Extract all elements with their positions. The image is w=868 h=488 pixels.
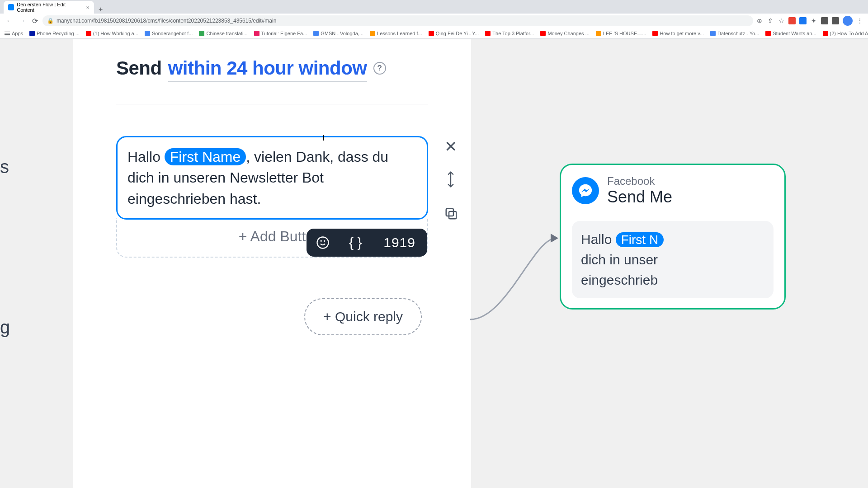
bookmark-item[interactable]: (1) How Working a... — [86, 31, 138, 36]
bookmark-item[interactable]: Lessons Learned f... — [370, 31, 422, 36]
bookmark-label: GMSN - Vologda,... — [321, 31, 363, 36]
bookmark-item[interactable]: Chinese translati... — [199, 31, 247, 36]
svg-point-0 — [317, 237, 329, 249]
bookmark-icon — [429, 31, 434, 36]
bookmark-label: Tutorial: Eigene Fa... — [261, 31, 307, 36]
star-icon[interactable]: ☆ — [778, 17, 785, 24]
node-platform: Facebook — [607, 175, 672, 188]
send-window-link[interactable]: within 24 hour window — [168, 57, 367, 79]
bookmark-label: (2) How To Add A... — [830, 31, 868, 36]
bookmark-item[interactable]: How to get more v... — [652, 31, 704, 36]
nav-reload-button[interactable]: ⟳ — [30, 16, 40, 26]
nav-bar: ← → ⟳ 🔒 manychat.com/fb198150208192061​8… — [0, 14, 868, 28]
svg-rect-3 — [449, 211, 456, 219]
bookmark-item[interactable]: The Top 3 Platfor... — [485, 31, 534, 36]
bookmark-item[interactable]: Student Wants an... — [765, 31, 816, 36]
bookmark-item[interactable]: Qing Fei De Yi - Y... — [429, 31, 479, 36]
bookmarks-bar: AppsPhone Recycling ...(1) How Working a… — [0, 28, 868, 39]
bookmark-icon — [313, 31, 319, 36]
bookmark-label: The Top 3 Platfor... — [492, 31, 534, 36]
menu-icon[interactable]: ⋮ — [856, 17, 863, 24]
bookmark-icon — [485, 31, 491, 36]
bookmark-icon — [199, 31, 204, 36]
bookmark-item[interactable]: Phone Recycling ... — [29, 31, 80, 36]
bookmark-icon — [254, 31, 259, 36]
nav-back-button[interactable]: ← — [5, 16, 14, 26]
emoji-button[interactable] — [307, 229, 339, 257]
bookmark-item[interactable]: (2) How To Add A... — [823, 31, 868, 36]
svg-point-2 — [324, 241, 325, 241]
text-cursor — [323, 135, 324, 141]
extension-icon[interactable] — [821, 17, 828, 24]
node-title: Send Me — [607, 188, 672, 206]
bookmark-label: LEE 'S HOUSE—... — [603, 31, 646, 36]
bookmark-label: Sonderangebot f... — [152, 31, 193, 36]
bookmark-label: Phone Recycling ... — [37, 31, 80, 36]
duplicate-block-button[interactable] — [444, 207, 458, 223]
bookmark-label: Lessons Learned f... — [377, 31, 422, 36]
bookmark-label: Student Wants an... — [773, 31, 816, 36]
text-toolbar: { } 1919 — [307, 229, 427, 257]
message-text-input[interactable]: Hallo First Name, vielen Dank, dass du d… — [116, 136, 428, 220]
bookmark-item[interactable]: Money Changes ... — [540, 31, 589, 36]
close-block-button[interactable]: ✕ — [444, 139, 458, 154]
share-icon[interactable]: ⇪ — [767, 17, 774, 24]
bookmark-item[interactable]: Datenschutz - Yo... — [710, 31, 759, 36]
toolbar-icons: ⊕ ⇪ ☆ ✦ ⋮ — [756, 16, 863, 26]
browser-tab[interactable]: Den ersten Flow | Edit Content × — [4, 1, 94, 14]
bookmark-label: Apps — [12, 31, 23, 36]
msg-text: Hallo — [127, 149, 165, 165]
bookmark-item[interactable]: Tutorial: Eigene Fa... — [254, 31, 307, 36]
move-block-button[interactable] — [444, 170, 458, 191]
new-tab-button[interactable]: + — [94, 5, 107, 14]
browser-chrome: Den ersten Flow | Edit Content × + ← → ⟳… — [0, 0, 868, 39]
bookmark-icon — [29, 31, 35, 36]
message-block: Hallo First Name, vielen Dank, dass du d… — [116, 136, 428, 258]
variable-pill-firstname: First N — [616, 232, 664, 247]
send-message-node[interactable]: Facebook Send Me Hallo First N dich in u… — [560, 164, 786, 310]
bookmark-label: Qing Fei De Yi - Y... — [436, 31, 479, 36]
bookmark-label: Money Changes ... — [547, 31, 589, 36]
translate-icon[interactable]: ⊕ — [756, 17, 763, 24]
bookmark-item[interactable]: GMSN - Vologda,... — [313, 31, 363, 36]
char-count: 1919 — [372, 235, 427, 250]
help-icon[interactable]: ? — [373, 62, 386, 75]
editor-panel: Send within 24 hour window ? Hallo First… — [73, 39, 471, 488]
tab-bar: Den ersten Flow | Edit Content × + — [0, 0, 868, 14]
puzzle-icon[interactable]: ✦ — [810, 17, 817, 24]
node-preview-body: Hallo First N dich in unser eingeschrieb — [572, 221, 774, 298]
add-button-row[interactable]: + Add Butt { } 1919 — [116, 218, 428, 258]
bookmark-icon — [86, 31, 91, 36]
bookmark-icon — [5, 31, 10, 36]
add-button-label: + Add Butt — [239, 228, 306, 245]
bookmark-icon — [710, 31, 716, 36]
send-prefix: Send — [116, 57, 162, 79]
quick-reply-row: + Quick reply — [116, 298, 428, 335]
tab-close-icon[interactable]: × — [86, 4, 90, 11]
profile-avatar[interactable] — [843, 16, 853, 26]
extension-icon[interactable] — [832, 17, 839, 24]
messenger-icon — [572, 177, 599, 204]
url-bar[interactable]: 🔒 manychat.com/fb198150208192061​8/cms/f… — [42, 15, 753, 26]
bookmark-label: Datenschutz - Yo... — [717, 31, 759, 36]
bookmark-label: Chinese translati... — [206, 31, 247, 36]
nav-forward-button[interactable]: → — [17, 16, 27, 26]
bookmark-icon — [540, 31, 546, 36]
block-side-controls: ✕ — [444, 139, 458, 223]
extension-icon[interactable] — [799, 17, 807, 24]
flow-canvas[interactable]: s g Send within 24 hour window ? Hallo F… — [0, 39, 868, 488]
variable-button[interactable]: { } — [339, 229, 372, 257]
bookmark-icon — [370, 31, 375, 36]
flow-connector — [470, 229, 561, 338]
bookmark-item[interactable]: LEE 'S HOUSE—... — [596, 31, 646, 36]
bookmark-label: (1) How Working a... — [93, 31, 138, 36]
bookmark-icon — [823, 31, 828, 36]
bookmark-icon — [596, 31, 601, 36]
extension-icon[interactable] — [788, 17, 796, 24]
bookmark-item[interactable]: Sonderangebot f... — [145, 31, 193, 36]
add-quick-reply-button[interactable]: + Quick reply — [304, 298, 422, 335]
bookmark-icon — [765, 31, 771, 36]
variable-pill-firstname[interactable]: First Name — [165, 148, 246, 165]
bookmark-item[interactable]: Apps — [5, 31, 23, 36]
url-text: manychat.com/fb198150208192061​8/cms/fil… — [57, 18, 276, 24]
